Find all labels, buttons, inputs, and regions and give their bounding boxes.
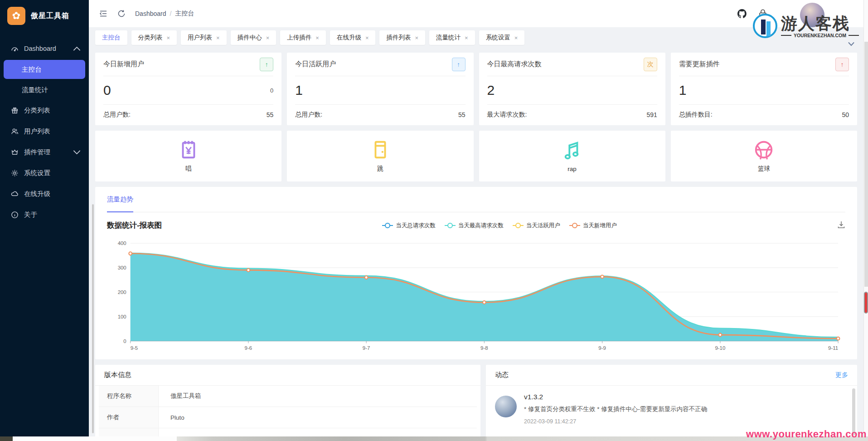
close-tab-icon[interactable]: × [465, 34, 468, 41]
breadcrumb: Dashboard / 主控台 [135, 10, 194, 18]
sidebar: ✿ 傲星工具箱 Dashboard 主控台 流量统计 分类列表 用户列表 插件管… [0, 0, 89, 437]
legend-new-users[interactable]: 当天新增用户 [569, 222, 617, 230]
feature-label: 跳 [377, 165, 383, 173]
sidebar-item-about[interactable]: 关于 [0, 204, 89, 225]
chart-title: 数据统计-报表图 [107, 220, 162, 230]
legend-active-users[interactable]: 当天活跃用户 [513, 222, 560, 230]
feature-card-sing[interactable]: 唱 [95, 131, 281, 181]
sidebar-item-settings[interactable]: 系统设置 [0, 162, 89, 183]
stat-title: 今日新增用户 [103, 60, 144, 69]
svg-text:9-11: 9-11 [828, 345, 838, 351]
basketball-icon [753, 139, 774, 160]
more-link[interactable]: 更多 [835, 371, 848, 379]
sidebar-nav: Dashboard 主控台 流量统计 分类列表 用户列表 插件管理 系统设置 [0, 38, 89, 225]
up-arrow-badge: ↑ [835, 58, 849, 71]
activity-timestamp: 2022-03-09 11:42:27 [524, 418, 707, 425]
tab-console[interactable]: 主控台 [95, 30, 127, 45]
stat-card-max-requests: 今日最高请求次数 次 2 最大请求次数:591 [479, 53, 665, 125]
activity-item: v1.3.2 * 修复首页分类权重不生效 * 修复插件中心-需要更新显示内容不正… [486, 386, 857, 432]
close-tab-icon[interactable]: × [266, 34, 270, 41]
breadcrumb-root[interactable]: Dashboard [135, 10, 166, 17]
traffic-trend-panel: 流量趋势 数据统计-报表图 当天总请求次数 当天最高请求次数 当天活跃用户 当天… [95, 187, 857, 359]
version-table: 程序名称 傲星工具箱 作者 Pluto [99, 386, 477, 437]
tab-users[interactable]: 用户列表× [181, 30, 227, 45]
stat-card-plugins-to-update: 需要更新插件 ↑ 1 总插件数目:50 [671, 53, 857, 125]
close-tab-icon[interactable]: × [514, 34, 518, 41]
sidebar-item-upgrade[interactable]: 在线升级 [0, 183, 89, 204]
version-info-panel: 版本信息 程序名称 傲星工具箱 作者 Pluto [95, 365, 480, 441]
table-row: 程序名称 傲星工具箱 [99, 386, 477, 407]
stat-title: 需要更新插件 [679, 60, 720, 69]
tab-traffic-trend[interactable]: 流量趋势 [107, 187, 133, 212]
tab-plugin-list[interactable]: 插件列表× [379, 30, 425, 45]
sidebar-item-traffic-stats[interactable]: 流量统计 [0, 80, 89, 100]
app-logo[interactable]: ✿ 傲星工具箱 [0, 0, 89, 32]
sidebar-item-categories[interactable]: 分类列表 [0, 100, 89, 121]
crown-icon [11, 148, 19, 156]
svg-text:9-5: 9-5 [131, 345, 138, 351]
main-area: Dashboard / 主控台 主控台 分类列表× 用户列表× 插件中心× 上传… [89, 0, 863, 441]
activity-version: v1.3.2 [524, 393, 707, 401]
tabstrip: 主控台 分类列表× 用户列表× 插件中心× 上传插件× 在线升级× 插件列表× … [89, 27, 863, 48]
close-tab-icon[interactable]: × [365, 34, 369, 41]
svg-text:9-7: 9-7 [363, 345, 370, 351]
sidebar-item-dashboard[interactable]: Dashboard [0, 38, 89, 59]
close-tab-icon[interactable]: × [167, 34, 170, 41]
up-arrow-badge: ↑ [452, 58, 466, 71]
watermark-site-name: 游人客栈 [781, 13, 850, 35]
table-row [99, 428, 477, 437]
close-tab-icon[interactable]: × [415, 34, 418, 41]
feature-card-rap[interactable]: rap [479, 131, 665, 181]
stat-title: 今日活跃用户 [295, 60, 336, 69]
gift-icon [11, 107, 19, 114]
collapse-sidebar-icon[interactable] [99, 9, 108, 18]
sidebar-item-plugins[interactable]: 插件管理 [0, 142, 89, 162]
panel-title: 版本信息 [104, 371, 131, 379]
stat-value: 1 [295, 83, 303, 98]
chevron-down-icon [73, 148, 81, 156]
yourenkezhan-logo-icon [753, 14, 777, 38]
page-scrollbar[interactable] [863, 0, 868, 436]
svg-text:400: 400 [118, 240, 126, 246]
refresh-icon[interactable] [117, 9, 126, 18]
dashboard-gauge-icon [11, 45, 19, 53]
avatar [495, 396, 517, 417]
tab-system-settings[interactable]: 系统设置× [479, 30, 525, 45]
table-row: 作者 Pluto [99, 407, 477, 428]
tab-upload-plugin[interactable]: 上传插件× [280, 30, 326, 45]
tab-online-upgrade[interactable]: 在线升级× [330, 30, 376, 45]
watermark-site-domain: YOURENKEZHAN.COM [781, 33, 859, 38]
legend-max-requests[interactable]: 当天最高请求次数 [445, 222, 504, 230]
sidebar-item-console[interactable]: 主控台 [4, 60, 85, 79]
tab-categories[interactable]: 分类列表× [131, 30, 177, 45]
scrollbar-red-marker [864, 292, 868, 314]
tab-plugin-center[interactable]: 插件中心× [231, 30, 276, 45]
legend-total-requests[interactable]: 当天总请求次数 [382, 222, 436, 230]
feature-card-jump[interactable]: 跳 [287, 131, 473, 181]
stat-title: 今日最高请求次数 [487, 60, 542, 69]
close-tab-icon[interactable]: × [216, 34, 220, 41]
content-scrollbar[interactable] [92, 204, 94, 433]
sidebar-item-users[interactable]: 用户列表 [0, 121, 89, 142]
music-note-icon [562, 140, 582, 161]
feature-card-basketball[interactable]: 篮球 [671, 131, 857, 181]
chart-legend: 当天总请求次数 当天最高请求次数 当天活跃用户 当天新增用户 [162, 222, 837, 230]
github-icon[interactable] [737, 8, 747, 21]
close-tab-icon[interactable]: × [315, 34, 319, 41]
taskbar-edge [0, 436, 868, 441]
svg-text:0: 0 [123, 338, 126, 343]
svg-text:9-10: 9-10 [715, 345, 725, 351]
unit-badge: 次 [644, 58, 657, 71]
cloud-icon [11, 190, 19, 198]
dashboard-screen: ✿ 傲星工具箱 Dashboard 主控台 流量统计 分类列表 用户列表 插件管… [0, 0, 868, 441]
scrollbar-thumb[interactable] [864, 42, 868, 287]
card-machine-icon [370, 139, 391, 160]
chevron-down-icon[interactable] [848, 40, 854, 48]
stat-value: 1 [679, 83, 687, 98]
download-icon[interactable] [837, 220, 845, 230]
feature-label: 篮球 [758, 165, 770, 173]
stat-value: 2 [487, 83, 495, 98]
site-watermark: 游人客栈 YOURENKEZHAN.COM [753, 3, 860, 46]
topbar: Dashboard / 主控台 [89, 0, 863, 27]
tab-traffic-stats[interactable]: 流量统计× [429, 30, 475, 45]
